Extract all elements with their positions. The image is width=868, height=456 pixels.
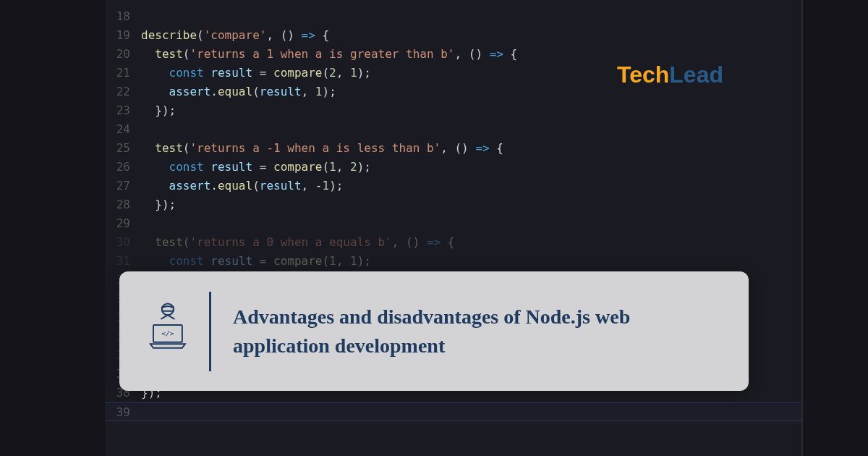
code-line: 23 }); — [105, 101, 801, 120]
code-content: const result = compare(1, 2); — [141, 158, 801, 177]
logo-part-1: Tech — [617, 62, 669, 88]
code-content: const result = compare(1, 1); — [141, 252, 801, 271]
code-content: test('returns a 0 when a equals b', () =… — [141, 233, 801, 252]
svg-rect-1 — [162, 306, 174, 311]
svg-point-0 — [162, 303, 174, 315]
line-number: 18 — [105, 7, 141, 26]
article-banner: </> Advantages and disadvantages of Node… — [119, 271, 749, 391]
line-number: 19 — [105, 26, 141, 45]
code-content — [141, 7, 801, 26]
code-line: 39 — [105, 402, 801, 421]
code-content: test('returns a -1 when a is less than b… — [141, 139, 801, 158]
line-number: 22 — [105, 83, 141, 101]
code-content: }); — [141, 195, 801, 214]
code-content: describe('compare', () => { — [141, 26, 801, 45]
logo-part-2: Lead — [669, 62, 723, 88]
code-content: assert.equal(result, -1); — [141, 177, 801, 195]
line-number: 23 — [105, 101, 141, 120]
developer-icon: </> — [145, 299, 191, 364]
line-number: 24 — [105, 120, 141, 139]
line-number: 31 — [105, 252, 141, 271]
article-title: Advantages and disadvantages of Node.js … — [233, 303, 723, 359]
line-number: 39 — [105, 403, 141, 421]
line-number: 26 — [105, 158, 141, 177]
code-content — [141, 214, 801, 233]
code-line: 29 — [105, 214, 801, 233]
line-number: 28 — [105, 195, 141, 214]
code-content — [141, 403, 801, 421]
code-content: }); — [141, 101, 801, 120]
code-content — [141, 120, 801, 139]
code-line: 27 assert.equal(result, -1); — [105, 177, 801, 195]
line-number: 21 — [105, 64, 141, 83]
line-number: 20 — [105, 45, 141, 64]
line-number: 30 — [105, 233, 141, 252]
banner-divider — [209, 292, 211, 371]
line-number: 29 — [105, 214, 141, 233]
code-line: 19describe('compare', () => { — [105, 26, 801, 45]
code-line: 26 const result = compare(1, 2); — [105, 158, 801, 177]
line-number: 25 — [105, 139, 141, 158]
code-line: 28 }); — [105, 195, 801, 214]
svg-text:</>: </> — [161, 329, 174, 337]
code-line: 31 const result = compare(1, 1); — [105, 252, 801, 271]
line-number: 27 — [105, 177, 141, 195]
code-line: 24 — [105, 120, 801, 139]
code-line: 25 test('returns a -1 when a is less tha… — [105, 139, 801, 158]
code-line: 18 — [105, 7, 801, 26]
logo: TechLead — [617, 62, 723, 88]
code-line: 30 test('returns a 0 when a equals b', (… — [105, 233, 801, 252]
